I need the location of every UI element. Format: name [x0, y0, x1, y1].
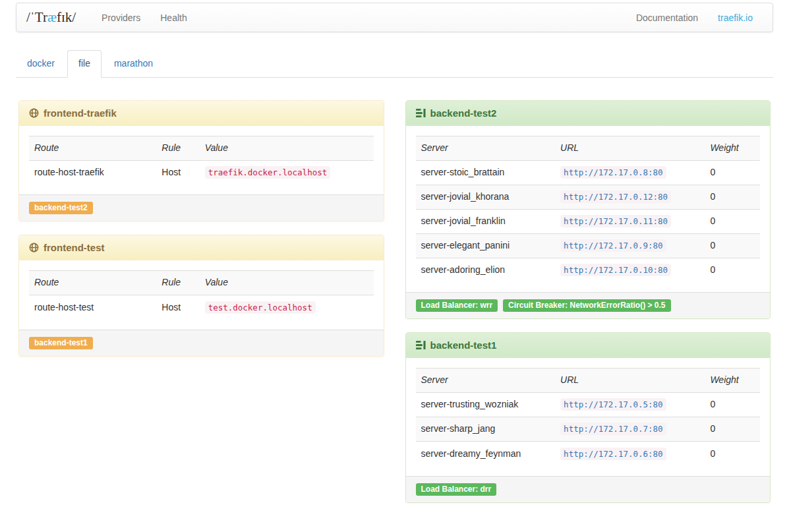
- globe-icon: [29, 243, 39, 252]
- url-cell: http://172.17.0.8:80: [555, 160, 705, 185]
- panel-frontend-test: frontend-test Route Rule Value route-hos…: [18, 235, 384, 356]
- server-url-link[interactable]: http://172.17.0.10:80: [564, 265, 668, 275]
- weight-cell: 0: [705, 258, 760, 282]
- traefik-logo[interactable]: /ˈTræfɪk/: [26, 9, 76, 26]
- weight-cell: 0: [705, 209, 760, 233]
- server-cell: server-trusting_wozniak: [416, 393, 556, 417]
- url-cell: http://172.17.0.7:80: [555, 417, 705, 442]
- column-header-weight: Weight: [705, 369, 760, 393]
- table-header-row: Server URL Weight: [416, 369, 761, 393]
- column-header-url: URL: [555, 369, 705, 393]
- table-header-row: Server URL Weight: [416, 136, 761, 160]
- url-cell: http://172.17.0.6:80: [555, 442, 705, 466]
- column-header-server: Server: [416, 136, 556, 160]
- panel-heading: frontend-test: [19, 235, 384, 260]
- panel-footer: backend-test2: [19, 194, 384, 221]
- value-cell: traefik.docker.localhost: [200, 160, 374, 185]
- table-row: server-jovial_khorana http://172.17.0.12…: [416, 185, 761, 209]
- server-url-link[interactable]: http://172.17.0.9:80: [564, 241, 663, 251]
- rule-value-code: test.docker.localhost: [205, 301, 316, 314]
- frontend-table: Route Rule Value route-host-test Host te…: [29, 270, 374, 319]
- server-url-link[interactable]: http://172.17.0.12:80: [564, 192, 668, 202]
- table-header-row: Route Rule Value: [29, 136, 374, 160]
- panel-title: frontend-traefik: [44, 107, 117, 119]
- panel-body: Route Rule Value route-host-traefik Host…: [19, 126, 384, 194]
- server-url-link[interactable]: http://172.17.0.8:80: [564, 167, 663, 177]
- brand-post: fɪk/: [57, 9, 76, 25]
- nav-item-health[interactable]: Health: [150, 5, 196, 31]
- column-header-server: Server: [416, 369, 556, 393]
- route-cell: route-host-test: [29, 295, 156, 320]
- content: frontend-traefik Route Rule Value route-…: [18, 100, 771, 516]
- provider-tabs: docker file marathon: [16, 50, 773, 78]
- panel-heading: backend-test2: [406, 101, 771, 126]
- nav-item-providers[interactable]: Providers: [92, 5, 150, 31]
- backend-table: Server URL Weight server-stoic_brattain …: [416, 136, 761, 282]
- weight-cell: 0: [705, 442, 760, 466]
- navbar-right: Documentation traefik.io: [626, 5, 763, 31]
- table-row: server-stoic_brattain http://172.17.0.8:…: [416, 160, 761, 185]
- column-header-url: URL: [555, 136, 705, 160]
- tab-docker[interactable]: docker: [16, 50, 66, 78]
- table-row: route-host-test Host test.docker.localho…: [29, 295, 374, 320]
- table-row: server-elegant_panini http://172.17.0.9:…: [416, 233, 761, 258]
- brand-pre: /ˈTr: [26, 9, 47, 25]
- column-header-route: Route: [29, 271, 156, 295]
- backends-column: backend-test2 Server URL Weight server-s…: [405, 100, 771, 516]
- table-row: server-dreamy_feynman http://172.17.0.6:…: [416, 442, 761, 466]
- weight-cell: 0: [705, 233, 760, 258]
- panel-backend-test1: backend-test1 Server URL Weight server-t…: [405, 332, 771, 502]
- panel-footer: Load Balancer: drr: [406, 476, 771, 502]
- brand-accent: æ: [47, 9, 57, 25]
- tab-marathon[interactable]: marathon: [103, 50, 164, 78]
- url-cell: http://172.17.0.11:80: [555, 209, 705, 233]
- frontends-column: frontend-traefik Route Rule Value route-…: [18, 100, 384, 370]
- panel-body: Server URL Weight server-trusting_woznia…: [406, 358, 771, 475]
- panel-title: backend-test2: [430, 107, 497, 119]
- nav-item-documentation[interactable]: Documentation: [626, 5, 708, 31]
- circuit-breaker-badge: Circuit Breaker: NetworkErrorRatio() > 0…: [503, 299, 670, 312]
- url-cell: http://172.17.0.5:80: [555, 393, 705, 417]
- table-row: route-host-traefik Host traefik.docker.l…: [29, 160, 374, 185]
- panel-footer: backend-test1: [19, 330, 384, 356]
- table-row: server-adoring_elion http://172.17.0.10:…: [416, 258, 761, 282]
- column-header-weight: Weight: [705, 136, 760, 160]
- load-balancer-badge: Load Balancer: wrr: [416, 299, 498, 312]
- url-cell: http://172.17.0.10:80: [555, 258, 705, 282]
- weight-cell: 0: [705, 393, 760, 417]
- column-header-rule: Rule: [156, 271, 199, 295]
- table-row: server-sharp_jang http://172.17.0.7:80 0: [416, 417, 761, 442]
- panel-backend-test2: backend-test2 Server URL Weight server-s…: [405, 100, 771, 319]
- nav-item-traefik-io[interactable]: traefik.io: [708, 5, 763, 31]
- tab-file[interactable]: file: [67, 50, 102, 78]
- column-header-route: Route: [29, 136, 156, 160]
- server-url-link[interactable]: http://172.17.0.11:80: [564, 216, 668, 226]
- panel-body: Server URL Weight server-stoic_brattain …: [406, 126, 771, 292]
- panel-title: frontend-test: [44, 242, 105, 253]
- server-url-link[interactable]: http://172.17.0.7:80: [564, 424, 663, 434]
- load-balancer-badge: Load Balancer: drr: [416, 483, 497, 496]
- column-header-value: Value: [200, 136, 374, 160]
- servers-icon: [416, 340, 426, 350]
- server-url-link[interactable]: http://172.17.0.5:80: [564, 399, 663, 409]
- panel-body: Route Rule Value route-host-test Host te…: [19, 260, 384, 329]
- server-cell: server-jovial_franklin: [416, 209, 556, 233]
- server-cell: server-stoic_brattain: [416, 160, 556, 185]
- value-cell: test.docker.localhost: [200, 295, 374, 320]
- column-header-value: Value: [200, 271, 374, 295]
- server-cell: server-adoring_elion: [416, 258, 556, 282]
- rule-value-code: traefik.docker.localhost: [205, 166, 331, 179]
- panel-frontend-traefik: frontend-traefik Route Rule Value route-…: [18, 100, 384, 222]
- server-cell: server-elegant_panini: [416, 233, 556, 258]
- table-row: server-jovial_franklin http://172.17.0.1…: [416, 209, 761, 233]
- panel-heading: frontend-traefik: [19, 101, 384, 126]
- url-cell: http://172.17.0.12:80: [555, 185, 705, 209]
- globe-icon: [29, 108, 39, 118]
- server-cell: server-jovial_khorana: [416, 185, 556, 209]
- panel-footer: Load Balancer: wrr Circuit Breaker: Netw…: [406, 292, 771, 318]
- server-url-link[interactable]: http://172.17.0.6:80: [564, 449, 663, 459]
- rule-cell: Host: [156, 295, 199, 320]
- frontend-table: Route Rule Value route-host-traefik Host…: [29, 136, 374, 185]
- rule-cell: Host: [156, 160, 199, 185]
- table-header-row: Route Rule Value: [29, 271, 374, 295]
